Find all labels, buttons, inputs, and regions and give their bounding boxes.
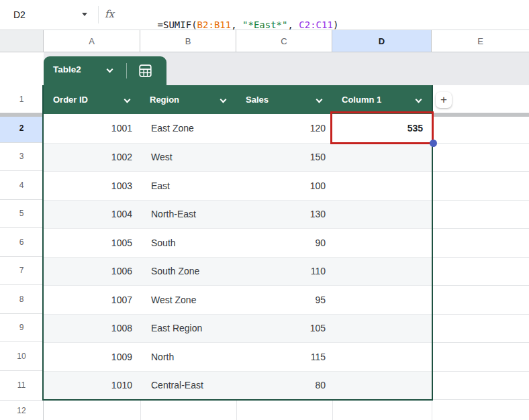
- cell-sales[interactable]: 80: [236, 372, 332, 400]
- cell-sales[interactable]: 95: [236, 286, 332, 314]
- row-header-7[interactable]: 7: [0, 257, 44, 286]
- cell-region[interactable]: West: [140, 144, 236, 172]
- row-header-5[interactable]: 5: [0, 200, 44, 229]
- cell-column1[interactable]: [332, 172, 432, 200]
- cell-region[interactable]: East Region: [140, 315, 236, 343]
- cell-column1[interactable]: [332, 372, 432, 400]
- cell-region[interactable]: East Zone: [140, 114, 236, 143]
- cell-column1[interactable]: [332, 343, 432, 371]
- row-header-11[interactable]: 11: [0, 371, 44, 401]
- chevron-down-icon[interactable]: [124, 97, 131, 103]
- cell-region[interactable]: South Zone: [140, 258, 236, 286]
- cell-sales[interactable]: 120: [236, 114, 332, 143]
- gridline: [332, 401, 333, 420]
- cell-sales[interactable]: 100: [236, 172, 332, 200]
- cell-order-id[interactable]: 1010: [44, 372, 140, 400]
- cell-column1[interactable]: [332, 201, 432, 229]
- cell-sales[interactable]: 105: [236, 315, 332, 343]
- table-row: 1007 West Zone 95: [44, 285, 432, 314]
- formula-token-close: ): [333, 19, 338, 30]
- cell-column1[interactable]: [332, 258, 432, 286]
- gridline: [432, 401, 432, 420]
- name-box[interactable]: D2: [0, 0, 94, 30]
- table-row: 1005 South 90: [44, 228, 432, 257]
- cell-column1[interactable]: [332, 229, 432, 257]
- fx-icon: fx: [105, 8, 114, 20]
- row-header-2[interactable]: 2: [0, 114, 44, 143]
- add-column-button[interactable]: +: [436, 92, 452, 108]
- cell-order-id[interactable]: 1005: [44, 229, 140, 257]
- gridline: [433, 257, 529, 258]
- table-header-sales[interactable]: Sales: [236, 85, 332, 114]
- cell-order-id[interactable]: 1006: [44, 258, 140, 286]
- row-header-4[interactable]: 4: [0, 171, 44, 200]
- table-row: 1009 North 115: [44, 342, 432, 371]
- gridline: [433, 371, 529, 372]
- chevron-down-icon[interactable]: [220, 97, 227, 103]
- chevron-down-icon[interactable]: [416, 97, 422, 103]
- column-header-d[interactable]: D: [332, 30, 432, 52]
- cell-region[interactable]: North: [140, 343, 236, 371]
- cell-column1[interactable]: [332, 315, 432, 343]
- row-header-9[interactable]: 9: [0, 314, 44, 343]
- cell-order-id[interactable]: 1003: [44, 172, 140, 200]
- header-label: Order ID: [53, 95, 88, 105]
- cell-region[interactable]: West Zone: [140, 286, 236, 314]
- fill-handle[interactable]: [430, 140, 437, 147]
- chevron-down-icon[interactable]: [316, 97, 323, 103]
- gridline: [433, 399, 529, 400]
- tab-separator: [126, 63, 127, 78]
- cell-sales[interactable]: 90: [236, 229, 332, 257]
- header-label: Sales: [246, 95, 269, 105]
- row-header-8[interactable]: 8: [0, 285, 44, 314]
- header-label: Column 1: [342, 95, 381, 105]
- cell-region[interactable]: South: [140, 229, 236, 257]
- table-tab[interactable]: Table2: [44, 56, 166, 85]
- table-row: 1002 West 150: [44, 143, 432, 172]
- cell-column1[interactable]: [332, 286, 432, 314]
- table-body: 1001 East Zone 120 535 1002 West 150 100…: [44, 114, 432, 399]
- cell-sales[interactable]: 110: [236, 258, 332, 286]
- cell-order-id[interactable]: 1002: [44, 144, 140, 172]
- cell-column1[interactable]: [332, 144, 432, 172]
- select-all-corner[interactable]: [0, 30, 44, 52]
- cell-sales[interactable]: 115: [236, 343, 332, 371]
- cell-order-id[interactable]: 1001: [44, 114, 140, 143]
- cell-order-id[interactable]: 1008: [44, 315, 140, 343]
- table-icon[interactable]: [138, 64, 152, 81]
- row-header-10[interactable]: 10: [0, 342, 44, 371]
- cell-order-id[interactable]: 1007: [44, 286, 140, 314]
- name-box-value: D2: [13, 9, 26, 20]
- row-header-12[interactable]: 12: [0, 401, 44, 420]
- column-header-c[interactable]: C: [236, 30, 332, 52]
- header-label: Region: [150, 95, 179, 105]
- cell-order-id[interactable]: 1009: [44, 343, 140, 371]
- formula-bar: D2 fx =SUMIF(B2:B11, "*East*", C2:C11): [0, 0, 529, 30]
- chevron-down-icon[interactable]: [107, 66, 113, 73]
- table-tab-label: Table2: [53, 64, 81, 74]
- row-header-3[interactable]: 3: [0, 143, 44, 172]
- cell-column1-selected[interactable]: 535: [332, 114, 432, 143]
- table-header-region[interactable]: Region: [140, 85, 236, 114]
- column-header-a[interactable]: A: [44, 30, 140, 52]
- cell-sales[interactable]: 130: [236, 201, 332, 229]
- cell-order-id[interactable]: 1004: [44, 201, 140, 229]
- row-header-6[interactable]: 6: [0, 228, 44, 257]
- cell-region[interactable]: Central-East: [140, 372, 236, 400]
- column-header-e[interactable]: E: [432, 30, 529, 52]
- cell-region[interactable]: North-East: [140, 201, 236, 229]
- gridline: [433, 342, 529, 343]
- cell-region[interactable]: East: [140, 172, 236, 200]
- table-header-order-id[interactable]: Order ID: [44, 85, 140, 114]
- formula-token-separator: ,: [231, 19, 242, 30]
- gridline: [433, 143, 529, 144]
- table-header-row: Order ID Region Sales Column 1: [44, 85, 432, 114]
- cell-sales[interactable]: 150: [236, 144, 332, 172]
- column-header-b[interactable]: B: [140, 30, 236, 52]
- formula-token-range2: C2:C11: [299, 19, 333, 30]
- table-header-column1[interactable]: Column 1: [332, 85, 432, 114]
- row-header-1[interactable]: 1: [0, 85, 44, 114]
- name-box-dropdown-icon[interactable]: [82, 13, 87, 16]
- gridline: [433, 200, 529, 201]
- table-row: 1004 North-East 130: [44, 200, 432, 229]
